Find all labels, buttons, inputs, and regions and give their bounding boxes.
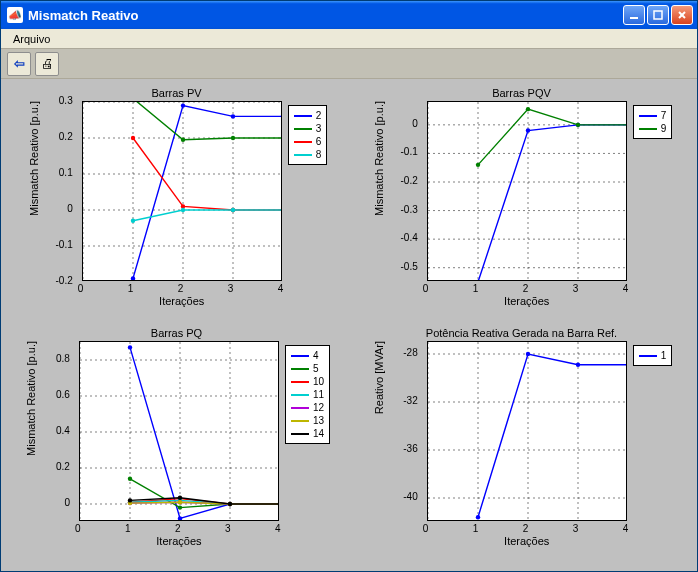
- legend-swatch: [291, 381, 309, 383]
- svg-point-16: [181, 103, 185, 107]
- svg-point-20: [181, 138, 185, 142]
- chart-title: Barras PV: [151, 87, 201, 99]
- svg-point-61: [178, 516, 182, 520]
- yticks: 00.20.40.60.8: [45, 341, 73, 521]
- svg-point-43: [526, 128, 530, 132]
- series-8: [133, 210, 282, 221]
- chart-2: Barras PQMismatch Reativo [p.u.]00.20.40…: [11, 327, 342, 561]
- svg-point-27: [131, 219, 135, 223]
- svg-point-18: [281, 114, 282, 118]
- app-window: 📣 Mismatch Reativo Arquivo ⇦ 🖨 Barras PV…: [0, 0, 698, 572]
- legend-swatch: [291, 407, 309, 409]
- legend-label: 5: [313, 362, 319, 375]
- legend-item: 7: [639, 109, 667, 122]
- svg-point-64: [128, 477, 132, 481]
- chart-title: Potência Reativa Gerada na Barra Ref.: [426, 327, 617, 339]
- legend-item: 2: [294, 109, 322, 122]
- legend-label: 7: [661, 109, 667, 122]
- window-controls: [623, 5, 693, 25]
- legend: 2368: [288, 105, 328, 165]
- legend-swatch: [291, 394, 309, 396]
- ylabel: Reativo [MVAr]: [371, 341, 387, 414]
- legend-label: 10: [313, 375, 324, 388]
- series-7: [478, 125, 627, 281]
- svg-point-98: [526, 352, 530, 356]
- series-3: [133, 101, 282, 140]
- xticks: 01234: [79, 521, 279, 533]
- legend-item: 11: [291, 388, 324, 401]
- legend-label: 4: [313, 349, 319, 362]
- legend: 451011121314: [285, 345, 330, 444]
- svg-point-21: [231, 136, 235, 140]
- series-4: [130, 347, 279, 518]
- xlabel: Iterações: [504, 535, 549, 547]
- yticks: -0.5-0.4-0.3-0.2-0.10: [393, 101, 421, 281]
- legend-label: 3: [316, 122, 322, 135]
- ylabel: Mismatch Reativo [p.u.]: [371, 101, 387, 216]
- xlabel: Iterações: [504, 295, 549, 307]
- svg-rect-1: [654, 11, 662, 19]
- chart-title: Barras PQV: [492, 87, 551, 99]
- xlabel: Iterações: [159, 295, 204, 307]
- legend-swatch: [294, 128, 312, 130]
- legend-swatch: [291, 433, 309, 435]
- legend-item: 12: [291, 401, 324, 414]
- print-button[interactable]: 🖨: [35, 52, 59, 76]
- plot-area[interactable]: [427, 341, 627, 521]
- legend-swatch: [639, 128, 657, 130]
- legend: 1: [633, 345, 673, 366]
- legend-swatch: [291, 355, 309, 357]
- legend-swatch: [639, 355, 657, 357]
- legend-swatch: [294, 115, 312, 117]
- titlebar: 📣 Mismatch Reativo: [1, 1, 697, 29]
- close-button[interactable]: [671, 5, 693, 25]
- series-2: [133, 106, 282, 279]
- plot-area[interactable]: [82, 101, 282, 281]
- chart-1: Barras PQVMismatch Reativo [p.u.]-0.5-0.…: [356, 87, 687, 321]
- xlabel: Iterações: [156, 535, 201, 547]
- legend-label: 11: [313, 388, 324, 401]
- legend-label: 14: [313, 427, 324, 440]
- menu-file[interactable]: Arquivo: [7, 31, 56, 47]
- xticks: 01234: [427, 521, 627, 533]
- legend-label: 2: [316, 109, 322, 122]
- svg-point-47: [526, 107, 530, 111]
- ylabel: Mismatch Reativo [p.u.]: [26, 101, 42, 216]
- legend-item: 4: [291, 349, 324, 362]
- legend-label: 12: [313, 401, 324, 414]
- window-title: Mismatch Reativo: [28, 8, 139, 23]
- legend-label: 8: [316, 148, 322, 161]
- back-button[interactable]: ⇦: [7, 52, 31, 76]
- yticks: -40-36-32-28: [393, 341, 421, 521]
- svg-point-87: [278, 502, 279, 506]
- legend-label: 13: [313, 414, 324, 427]
- svg-point-49: [626, 123, 627, 127]
- legend-label: 6: [316, 135, 322, 148]
- xticks: 01234: [427, 281, 627, 293]
- legend-swatch: [291, 420, 309, 422]
- svg-point-84: [128, 498, 132, 502]
- svg-point-100: [626, 363, 627, 367]
- toolbar: ⇦ 🖨: [1, 49, 697, 79]
- svg-point-97: [476, 515, 480, 519]
- matlab-icon: 📣: [7, 7, 23, 23]
- yticks: -0.2-0.100.10.20.3: [48, 101, 76, 281]
- legend-item: 8: [294, 148, 322, 161]
- plot-area[interactable]: [427, 101, 627, 281]
- menubar: Arquivo: [1, 29, 697, 49]
- legend-item: 13: [291, 414, 324, 427]
- legend-swatch: [639, 115, 657, 117]
- chart-3: Potência Reativa Gerada na Barra Ref.Rea…: [356, 327, 687, 561]
- xticks: 01234: [82, 281, 282, 293]
- svg-point-65: [178, 505, 182, 509]
- plot-area[interactable]: [79, 341, 279, 521]
- legend-swatch: [291, 368, 309, 370]
- svg-point-22: [281, 136, 282, 140]
- maximize-button[interactable]: [647, 5, 669, 25]
- svg-rect-0: [630, 17, 638, 19]
- chart-title: Barras PQ: [151, 327, 202, 339]
- ylabel: Mismatch Reativo [p.u.]: [23, 341, 39, 456]
- minimize-button[interactable]: [623, 5, 645, 25]
- legend-item: 14: [291, 427, 324, 440]
- svg-point-23: [131, 136, 135, 140]
